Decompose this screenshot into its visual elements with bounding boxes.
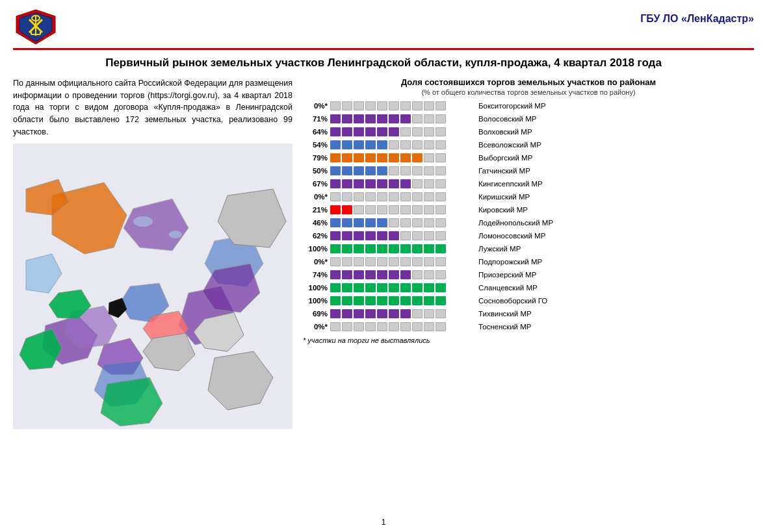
bar-cell bbox=[354, 114, 364, 123]
pct-label: 100% bbox=[303, 284, 328, 292]
bar-cell bbox=[342, 283, 352, 292]
bar-cell bbox=[365, 244, 376, 253]
bar-cell bbox=[400, 114, 411, 123]
bar-cell bbox=[354, 205, 364, 214]
bar-cell bbox=[424, 205, 434, 214]
bar-cell bbox=[389, 140, 399, 149]
bar-cell bbox=[436, 309, 446, 318]
pct-label: 0%* bbox=[303, 323, 328, 331]
bar-cell bbox=[354, 153, 364, 162]
bar-cell bbox=[342, 322, 352, 331]
bar-cell bbox=[412, 257, 422, 266]
org-name: ГБУ ЛО «ЛенКадастр» bbox=[640, 6, 754, 25]
bar-cell bbox=[436, 140, 446, 149]
content-area: По данным официального сайта Российской … bbox=[13, 77, 754, 429]
bar-cell bbox=[424, 270, 434, 279]
bars-container bbox=[330, 153, 473, 162]
bar-cell bbox=[330, 166, 341, 175]
bar-cell bbox=[412, 101, 422, 110]
pct-label: 67% bbox=[303, 180, 328, 188]
bar-cell bbox=[436, 153, 446, 162]
bar-cell bbox=[436, 283, 446, 292]
bar-cell bbox=[365, 114, 376, 123]
bar-cell bbox=[412, 218, 422, 227]
bar-cell bbox=[412, 166, 422, 175]
pct-label: 64% bbox=[303, 128, 328, 136]
bar-cell bbox=[354, 127, 364, 136]
bars-container bbox=[330, 283, 473, 292]
bar-cell bbox=[354, 218, 364, 227]
bar-cell bbox=[365, 257, 376, 266]
bars-container bbox=[330, 192, 473, 201]
bar-cell bbox=[400, 218, 411, 227]
bar-cell bbox=[389, 153, 399, 162]
chart-row: 79%Выборгский МР bbox=[303, 152, 754, 164]
bar-cell bbox=[400, 257, 411, 266]
bar-cell bbox=[389, 231, 399, 240]
bar-cell bbox=[389, 257, 399, 266]
bar-cell bbox=[436, 296, 446, 305]
bar-cell bbox=[377, 166, 387, 175]
bar-cell bbox=[354, 283, 364, 292]
bar-cell bbox=[424, 153, 434, 162]
chart-row: 54%Всеволожский МР bbox=[303, 139, 754, 151]
chart-area: 0%*Бокситогорский МР71%Волосовский МР64%… bbox=[303, 100, 754, 333]
left-panel: По данным официального сайта Российской … bbox=[13, 77, 292, 429]
bar-cell bbox=[330, 101, 341, 110]
bar-cell bbox=[330, 270, 341, 279]
bar-cell bbox=[377, 283, 387, 292]
bar-cell bbox=[365, 218, 376, 227]
svg-point-11 bbox=[169, 231, 182, 238]
pct-label: 100% bbox=[303, 245, 328, 253]
chart-row: 50%Гатчинский МР bbox=[303, 165, 754, 177]
district-label: Приозерский МР bbox=[478, 271, 536, 279]
bar-cell bbox=[436, 127, 446, 136]
bar-cell bbox=[342, 244, 352, 253]
bar-cell bbox=[330, 140, 341, 149]
bar-cell bbox=[389, 114, 399, 123]
bar-cell bbox=[342, 257, 352, 266]
bar-cell bbox=[342, 179, 352, 188]
bar-cell bbox=[342, 309, 352, 318]
page-title: Первичный рынок земельных участков Ленин… bbox=[13, 55, 754, 71]
bar-cell bbox=[412, 179, 422, 188]
bar-cell bbox=[412, 283, 422, 292]
bar-cell bbox=[424, 283, 434, 292]
bar-cell bbox=[400, 322, 411, 331]
district-label: Сланцевский МР bbox=[478, 284, 538, 292]
bar-cell bbox=[377, 114, 387, 123]
chart-row: 100%Сланцевский МР bbox=[303, 282, 754, 294]
bar-cell bbox=[365, 283, 376, 292]
logo bbox=[13, 6, 58, 45]
bar-cell bbox=[330, 179, 341, 188]
bar-cell bbox=[389, 296, 399, 305]
chart-row: 100%Лужский МР bbox=[303, 243, 754, 255]
pct-label: 62% bbox=[303, 232, 328, 240]
bar-cell bbox=[389, 101, 399, 110]
bar-cell bbox=[330, 153, 341, 162]
bar-cell bbox=[436, 244, 446, 253]
pct-label: 100% bbox=[303, 297, 328, 305]
bar-cell bbox=[377, 140, 387, 149]
bar-cell bbox=[389, 127, 399, 136]
bar-cell bbox=[400, 244, 411, 253]
bars-container bbox=[330, 296, 473, 305]
bar-cell bbox=[342, 114, 352, 123]
bar-cell bbox=[436, 257, 446, 266]
bar-cell bbox=[330, 192, 341, 201]
bar-cell bbox=[424, 166, 434, 175]
district-label: Гатчинский МР bbox=[478, 167, 530, 175]
bar-cell bbox=[342, 296, 352, 305]
district-label: Ломоносовский МР bbox=[478, 232, 545, 240]
pct-label: 0%* bbox=[303, 102, 328, 110]
bar-cell bbox=[424, 218, 434, 227]
description-text: По данным официального сайта Российской … bbox=[13, 77, 292, 138]
pct-label: 46% bbox=[303, 219, 328, 227]
bar-cell bbox=[330, 309, 341, 318]
bar-cell bbox=[354, 309, 364, 318]
footnote: * участки на торги не выставлялись bbox=[303, 336, 754, 344]
district-label: Кингисеппский МР bbox=[478, 180, 543, 188]
page-number: 1 bbox=[382, 518, 386, 527]
bar-cell bbox=[354, 192, 364, 201]
bar-cell bbox=[365, 140, 376, 149]
